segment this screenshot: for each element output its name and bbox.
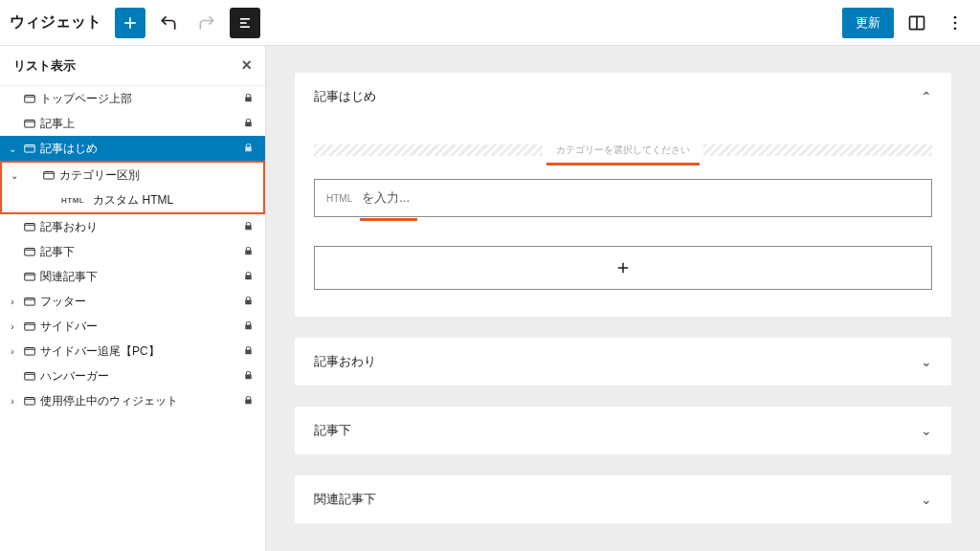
caret-icon: ⌄ [8,170,21,181]
folder-icon [23,344,36,358]
sidebar-title: リスト表示 [13,57,76,75]
svg-rect-10 [25,96,35,103]
tree-item-11[interactable]: ハンバーガー [0,364,265,388]
caret-icon: ⌄ [6,143,19,154]
add-block-button[interactable] [115,8,145,38]
editor-canvas: 記事はじめ ⌃ カテゴリーを選択してください HTML を入力... [266,46,980,551]
folder-icon [23,142,36,155]
tree-item-label: 記事下 [40,244,239,260]
tree-item-label: フッター [40,294,239,310]
custom-html-block[interactable]: HTML を入力... [314,179,932,217]
svg-point-9 [954,27,957,30]
lock-icon [243,143,254,155]
tree-item-label: 関連記事下 [40,269,239,285]
lock-icon [243,271,254,283]
tree-item-4[interactable]: HTMLカスタム HTML [2,187,263,212]
options-menu-button[interactable] [940,8,970,38]
folder-icon [23,117,36,130]
widget-area-collapsed-0: 記事おわり⌄ [295,338,951,386]
tree-item-2[interactable]: ⌄記事はじめ [0,136,265,161]
lock-icon [243,296,254,308]
highlight-underline [546,163,700,165]
tree-item-label: 記事はじめ [40,141,239,157]
svg-rect-20 [25,373,35,381]
folder-icon [23,270,36,283]
tree-item-label: カテゴリー区別 [59,167,252,184]
tree-item-12[interactable]: ›使用停止中のウィジェット [0,388,265,413]
svg-rect-16 [25,274,35,281]
widget-area-body: カテゴリーを選択してください HTML を入力... [295,142,951,317]
chevron-down-icon: ⌄ [921,354,932,369]
undo-button[interactable] [153,8,184,38]
caret-icon: › [6,396,19,407]
category-hint: カテゴリーを選択してください [543,143,703,157]
page-title: ウィジェット [10,12,101,33]
svg-rect-18 [25,323,35,331]
highlight-underline-input [360,218,417,221]
update-button[interactable]: 更新 [842,8,894,38]
folder-icon [42,168,56,182]
sidebar-toggle-button[interactable] [902,8,932,38]
folder-icon [23,92,36,105]
widget-area-title: 関連記事下 [314,491,376,508]
top-header: ウィジェット 更新 [0,0,980,46]
tree-item-8[interactable]: ›フッター [0,289,265,314]
tree-item-label: カスタム HTML [93,192,252,209]
widget-area-title: 記事下 [314,422,351,439]
widget-area-title: 記事おわり [314,353,376,370]
tree-item-label: サイドバー [40,319,239,335]
svg-rect-13 [44,172,55,180]
widget-area-title: 記事はじめ [314,88,376,105]
folder-icon [23,220,36,233]
widget-area-header[interactable]: 記事下⌄ [295,407,951,454]
stripe-left [314,144,543,156]
svg-rect-21 [25,398,35,406]
tree-item-10[interactable]: ›サイドバー追尾【PC】 [0,339,265,364]
stripe-right [703,144,932,156]
widget-area-open: 記事はじめ ⌃ カテゴリーを選択してください HTML を入力... [295,73,951,317]
widget-area-header[interactable]: 記事はじめ ⌃ [295,73,951,121]
widget-area-collapsed-2: 関連記事下⌄ [295,475,951,523]
header-right: 更新 [842,8,970,38]
tree-item-5[interactable]: 記事おわり [0,214,265,239]
tree-item-label: ハンバーガー [40,368,239,385]
folder-icon [23,394,36,408]
svg-point-7 [954,15,957,18]
folder-icon [23,295,36,308]
svg-rect-12 [25,145,35,153]
category-divider: カテゴリーを選択してください [314,142,932,159]
widget-area-header[interactable]: 関連記事下⌄ [295,475,951,523]
caret-icon: › [6,321,19,332]
chevron-up-icon: ⌃ [921,89,932,104]
svg-point-8 [954,21,957,24]
svg-rect-15 [25,249,35,256]
tree-item-9[interactable]: ›サイドバー [0,314,265,339]
chevron-down-icon: ⌄ [921,423,932,438]
tree-item-1[interactable]: 記事上 [0,111,265,136]
widget-area-header[interactable]: 記事おわり⌄ [295,338,951,386]
lock-icon [243,246,254,258]
widget-tree: トップページ上部記事上⌄記事はじめ⌄カテゴリー区別HTMLカスタム HTML記事… [0,86,265,413]
lock-icon [243,118,254,130]
tree-item-label: 記事上 [40,116,239,132]
tree-item-6[interactable]: 記事下 [0,239,265,264]
svg-rect-11 [25,121,35,128]
document-outline-button[interactable] [230,8,260,38]
lock-icon [243,395,254,408]
svg-rect-14 [25,224,35,231]
close-icon[interactable]: × [241,55,252,76]
html-badge-icon: HTML [61,196,84,205]
tree-item-0[interactable]: トップページ上部 [0,86,265,111]
chevron-down-icon: ⌄ [921,492,932,507]
folder-icon [23,369,36,383]
tree-item-3[interactable]: ⌄カテゴリー区別 [2,163,263,187]
caret-icon: › [6,297,19,307]
folder-icon [23,320,36,333]
lock-icon [243,370,254,383]
html-badge: HTML [326,193,352,204]
append-block-button[interactable] [314,246,932,290]
folder-icon [23,245,36,258]
tree-item-7[interactable]: 関連記事下 [0,264,265,289]
redo-button[interactable] [191,8,222,38]
widget-area-collapsed-1: 記事下⌄ [295,407,951,454]
